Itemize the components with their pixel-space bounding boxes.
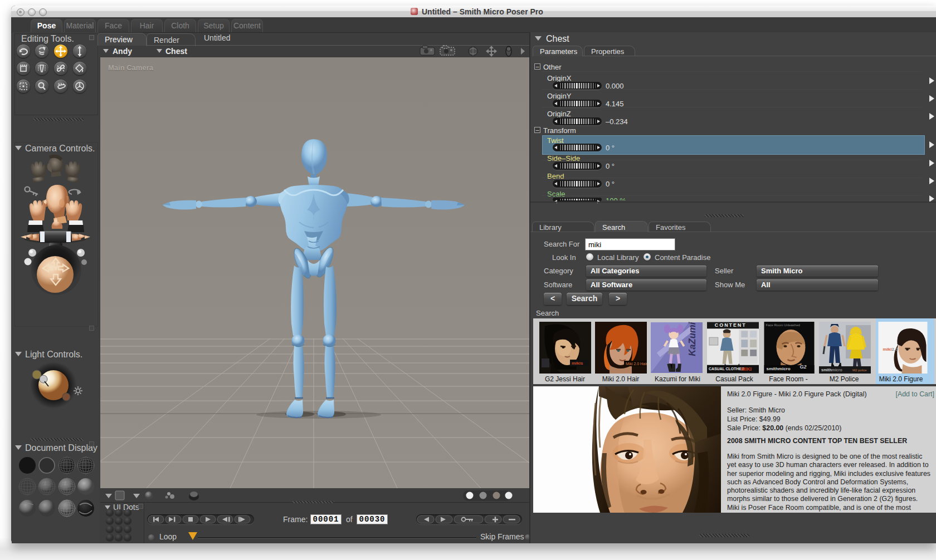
svg-text:KaZumi: KaZumi: [687, 322, 698, 356]
svg-text:smithmicro: smithmicro: [767, 366, 791, 371]
svg-text:smithmicro: smithmicro: [821, 368, 842, 372]
svg-text:miki2.0: miki2.0: [883, 347, 899, 352]
svg-text:mikis: mikis: [572, 361, 583, 366]
svg-text:M2 police: M2 police: [852, 369, 867, 372]
svg-text:G2: G2: [800, 364, 807, 370]
svg-text:Miki 2.0 Hair: Miki 2.0 Hair: [626, 362, 647, 366]
svg-text:CASUAL CLOTHES: CASUAL CLOTHES: [709, 367, 744, 371]
svg-text:Face Room Unleashed: Face Room Unleashed: [766, 323, 800, 327]
svg-text:MIKI: MIKI: [741, 366, 752, 372]
svg-text:CONTENT: CONTENT: [715, 322, 747, 328]
